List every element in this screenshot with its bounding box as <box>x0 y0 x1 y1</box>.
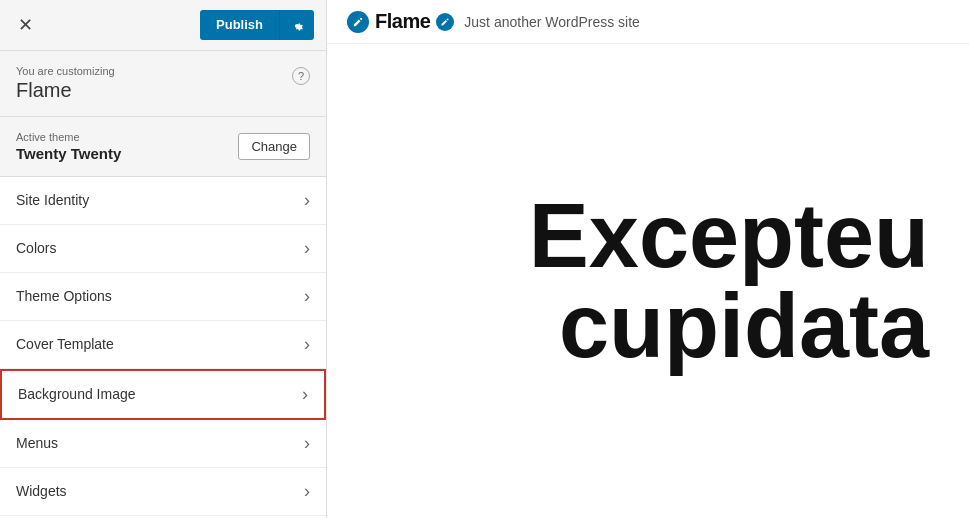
chevron-right-icon: › <box>302 384 308 405</box>
menu-item-theme-options[interactable]: Theme Options› <box>0 273 326 321</box>
menu-item-colors[interactable]: Colors› <box>0 225 326 273</box>
pencil-icon <box>352 16 364 28</box>
chevron-right-icon: › <box>304 481 310 502</box>
menu-item-label: Theme Options <box>16 288 112 304</box>
preview-header: Flame Just another WordPress site <box>327 0 969 44</box>
menu-item-cover-template[interactable]: Cover Template› <box>0 321 326 369</box>
edit-tagline-button[interactable] <box>436 13 454 31</box>
theme-section: Active theme Twenty Twenty Change <box>0 117 326 177</box>
menu-item-site-identity[interactable]: Site Identity› <box>0 177 326 225</box>
menu-item-label: Colors <box>16 240 56 256</box>
chevron-right-icon: › <box>304 286 310 307</box>
pencil-small-icon <box>440 17 450 27</box>
preview-site-tagline: Just another WordPress site <box>464 14 640 30</box>
menu-list: Site Identity›Colors›Theme Options›Cover… <box>0 177 326 518</box>
menu-item-menus[interactable]: Menus› <box>0 420 326 468</box>
chevron-right-icon: › <box>304 433 310 454</box>
customizing-site-name: Flame <box>16 79 310 102</box>
preview-pane: Flame Just another WordPress site Except… <box>327 0 969 518</box>
publish-group: Publish <box>200 10 314 40</box>
menu-item-label: Cover Template <box>16 336 114 352</box>
publish-button[interactable]: Publish <box>200 10 279 40</box>
hero-line1: Excepteu <box>529 191 929 281</box>
hero-line2: cupidata <box>529 281 929 371</box>
chevron-right-icon: › <box>304 190 310 211</box>
edit-site-logo-button[interactable] <box>347 11 369 33</box>
theme-name: Twenty Twenty <box>16 145 121 162</box>
menu-item-background-image[interactable]: Background Image› <box>0 369 326 420</box>
settings-button[interactable] <box>279 10 314 40</box>
hero-text: Excepteu cupidata <box>529 191 929 371</box>
menu-item-widgets[interactable]: Widgets› <box>0 468 326 516</box>
preview-content: Excepteu cupidata <box>327 44 969 518</box>
chevron-right-icon: › <box>304 334 310 355</box>
theme-label: Active theme <box>16 131 121 143</box>
menu-item-label: Widgets <box>16 483 67 499</box>
gear-icon <box>290 19 304 33</box>
close-button[interactable]: ✕ <box>12 12 39 38</box>
chevron-right-icon: › <box>304 238 310 259</box>
help-icon[interactable]: ? <box>292 67 310 85</box>
customizer-sidebar: ✕ Publish ? You are customizing Flame Ac… <box>0 0 327 518</box>
top-bar: ✕ Publish <box>0 0 326 51</box>
customizing-section: ? You are customizing Flame <box>0 51 326 117</box>
menu-item-label: Site Identity <box>16 192 89 208</box>
customizing-label: You are customizing <box>16 65 310 77</box>
preview-site-title: Flame <box>375 10 430 33</box>
change-theme-button[interactable]: Change <box>238 133 310 160</box>
menu-item-label: Background Image <box>18 386 136 402</box>
theme-info: Active theme Twenty Twenty <box>16 131 121 162</box>
menu-item-label: Menus <box>16 435 58 451</box>
